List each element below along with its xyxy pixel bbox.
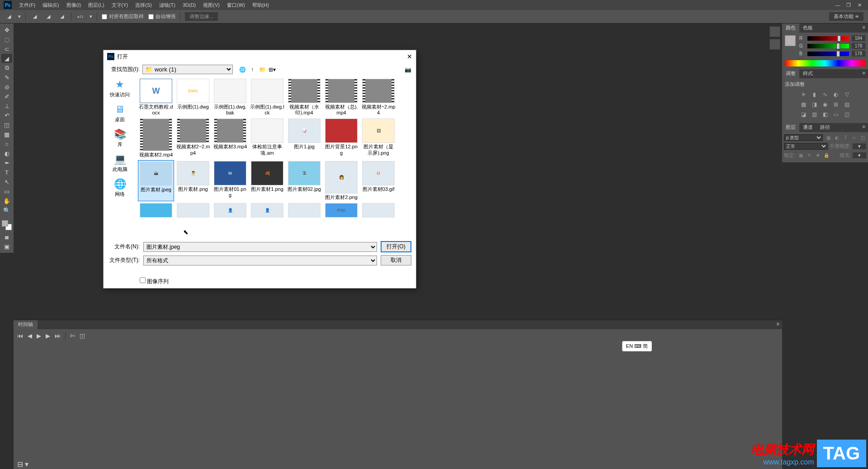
opt-icon-1[interactable]: ◢: [30, 12, 39, 21]
screenmode-tool[interactable]: ▣: [1, 242, 12, 251]
r-value[interactable]: 184: [852, 35, 865, 41]
file-item[interactable]: W图片素材01.png: [212, 160, 248, 201]
file-item[interactable]: PSD: [323, 202, 359, 218]
file-item[interactable]: 🏝图片素材02.jpg: [286, 160, 322, 201]
stamp-tool[interactable]: ⊥: [1, 101, 12, 110]
open-button[interactable]: 打开(O): [381, 241, 411, 252]
shape-tool[interactable]: ▭: [1, 187, 12, 196]
lasso-tool[interactable]: ⊂: [1, 44, 12, 53]
lock-pixel-icon[interactable]: ✎: [806, 152, 813, 159]
menu-edit[interactable]: 编辑(E): [39, 2, 63, 9]
tl-next-icon[interactable]: ▶: [46, 332, 50, 339]
timeline-body[interactable]: [14, 342, 782, 459]
tab-paths[interactable]: 路径: [816, 123, 834, 132]
auto-enhance-checkbox[interactable]: 自动增强: [148, 13, 175, 20]
gradient-tool[interactable]: ▦: [1, 130, 12, 139]
file-item[interactable]: 📊图片1.jpg: [286, 118, 322, 159]
opt-icon-3[interactable]: ◢: [57, 12, 66, 21]
file-item[interactable]: [286, 202, 322, 218]
pen-tool[interactable]: ✒: [1, 158, 12, 167]
filter-shape-icon[interactable]: ▱: [850, 134, 858, 141]
file-item[interactable]: 🍂图片素材1.png: [249, 160, 285, 201]
adj-thresh-icon[interactable]: ◧: [821, 110, 829, 118]
file-item[interactable]: W石墨文档教程.docx: [138, 78, 174, 117]
adj-select-icon[interactable]: ◫: [843, 110, 851, 118]
menu-image[interactable]: 图像(I): [63, 2, 85, 9]
adj-bw-icon[interactable]: ◨: [810, 100, 818, 109]
collapsed-panel-2[interactable]: [769, 39, 780, 50]
quickmask-tool[interactable]: ◙: [1, 232, 12, 242]
blend-mode-select[interactable]: 正常: [784, 143, 828, 150]
current-tool-icon[interactable]: ◢: [5, 12, 14, 21]
menu-view[interactable]: 视图(V): [199, 2, 223, 9]
g-value[interactable]: 178: [852, 43, 865, 49]
fg-swatch[interactable]: [785, 35, 796, 46]
cancel-button[interactable]: 取消: [381, 255, 411, 265]
tl-transition-icon[interactable]: ◫: [80, 332, 85, 339]
file-item[interactable]: 👩图片素材2.png: [323, 160, 359, 201]
file-item[interactable]: 视频素材2~2.mp4: [175, 118, 211, 159]
b-value[interactable]: 178: [852, 51, 865, 57]
minimize-button[interactable]: —: [833, 1, 843, 9]
sidebar-desktop[interactable]: 🖥桌面: [113, 104, 127, 123]
adj-brightness-icon[interactable]: ☀: [799, 90, 807, 99]
timeline-menu[interactable]: ≡: [774, 320, 782, 329]
filename-input[interactable]: 图片素材.jpeg: [143, 242, 377, 252]
file-item[interactable]: 视频素材2.mp4: [138, 118, 174, 159]
file-item[interactable]: 图片背景12.png: [323, 118, 359, 159]
tl-prev-icon[interactable]: ◀: [28, 332, 32, 339]
lock-pos-icon[interactable]: ✥: [814, 152, 821, 159]
brush-tool[interactable]: ✐: [1, 92, 12, 101]
color-panel-menu[interactable]: ≡: [860, 24, 868, 33]
r-slider[interactable]: [807, 36, 849, 41]
eyedropper-tool[interactable]: ✎: [1, 73, 12, 82]
filter-type-icon[interactable]: T: [842, 134, 849, 141]
file-item[interactable]: DWG示例图(1).dwg: [175, 78, 211, 117]
crop-tool[interactable]: ⧉: [1, 63, 12, 72]
g-slider[interactable]: [807, 44, 849, 48]
file-item[interactable]: 🏔图片素材.jpeg: [138, 160, 174, 201]
file-grid[interactable]: W石墨文档教程.docxDWG示例图(1).dwg示例图(1).dwg.bak示…: [136, 76, 416, 238]
layers-panel-menu[interactable]: ≡: [860, 123, 868, 132]
quick-select-tool[interactable]: ◢: [1, 54, 12, 63]
file-item[interactable]: 视频素材~2.mp4: [360, 78, 396, 117]
menu-help[interactable]: 帮助(H): [249, 2, 273, 9]
file-item[interactable]: 🖼图片素材（显示屏).png: [360, 118, 396, 159]
history-brush-tool[interactable]: ↶: [1, 111, 12, 120]
maximize-button[interactable]: ❐: [844, 1, 854, 9]
sidebar-quick-access[interactable]: ★快速访问: [110, 79, 130, 98]
layer-kind-filter[interactable]: p 类型: [784, 134, 823, 141]
type-tool[interactable]: T: [1, 168, 12, 177]
nav-view-icon[interactable]: ⊞▾: [268, 66, 276, 74]
menu-filter[interactable]: 滤镜(T): [156, 2, 179, 9]
menu-3d[interactable]: 3D(D): [179, 2, 199, 8]
file-item[interactable]: 示例图(1).dwg.bak: [212, 78, 248, 117]
file-item[interactable]: [360, 202, 396, 218]
workspace-selector[interactable]: 基本功能 ≑: [829, 12, 863, 21]
tab-layers[interactable]: 图层: [782, 123, 799, 132]
file-item[interactable]: 👤: [249, 202, 285, 218]
filetype-select[interactable]: 所有格式: [143, 256, 377, 265]
tl-last-icon[interactable]: ⏭: [55, 332, 61, 339]
file-item[interactable]: 👨‍⚕️图片素材.png: [175, 160, 211, 201]
tab-timeline[interactable]: 时间轴: [14, 320, 38, 329]
filter-pixel-icon[interactable]: ▦: [825, 134, 832, 141]
filter-smart-icon[interactable]: ◫: [859, 134, 866, 141]
dodge-tool[interactable]: ◐: [1, 149, 12, 158]
nav-back-icon[interactable]: 🌐: [238, 66, 246, 74]
file-item[interactable]: 视频素材（总).mp4: [323, 78, 359, 117]
close-button[interactable]: ✕: [854, 1, 864, 9]
tab-styles[interactable]: 样式: [799, 69, 816, 78]
sidebar-libraries[interactable]: 📚库: [113, 128, 127, 148]
brush-size-icon[interactable]: ▪11: [76, 12, 85, 21]
sidebar-network[interactable]: 🌐网络: [113, 178, 127, 198]
adj-grad-icon[interactable]: ▭: [832, 110, 840, 118]
path-select-tool[interactable]: ↖: [1, 177, 12, 186]
opt-icon-2[interactable]: ◢: [44, 12, 53, 21]
tl-footer-menu[interactable]: ⊟ ▾: [17, 460, 28, 469]
tab-swatches[interactable]: 色板: [799, 24, 816, 33]
menu-select[interactable]: 选择(S): [132, 2, 156, 9]
file-item[interactable]: 视频素材（水印).mp4: [286, 78, 322, 117]
sidebar-this-pc[interactable]: 💻此电脑: [113, 153, 127, 173]
sample-all-layers-checkbox[interactable]: 对所有图层取样: [102, 13, 144, 20]
